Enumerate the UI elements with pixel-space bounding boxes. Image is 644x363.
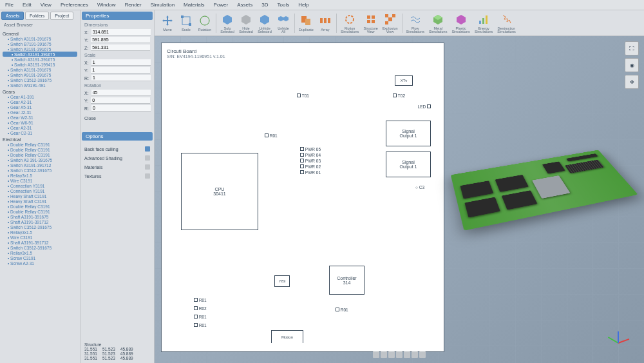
- tree-item[interactable]: Switch C3512-391675: [3, 245, 77, 250]
- tool-scale[interactable]: Scale: [177, 13, 195, 33]
- prop-input[interactable]: [91, 44, 150, 51]
- tab-assets[interactable]: Assets: [1, 12, 24, 20]
- tree-item[interactable]: Double Rellay C3191: [3, 142, 77, 147]
- menu-power[interactable]: Power: [214, 2, 229, 8]
- checkbox[interactable]: [145, 146, 150, 152]
- tree-item[interactable]: Screw A2-31: [3, 260, 77, 266]
- prop-input[interactable]: [91, 29, 151, 35]
- tab-project[interactable]: Project: [50, 12, 73, 20]
- tool-struct[interactable]: Structure View: [361, 12, 379, 35]
- menu-view[interactable]: View: [41, 2, 52, 8]
- tree-item[interactable]: Gear C2-31: [3, 130, 77, 135]
- tool-explode[interactable]: Explosion View: [381, 12, 400, 35]
- tree-item[interactable]: Screw C3191: [3, 255, 77, 260]
- tool-cube-b[interactable]: Solo Selected: [218, 12, 236, 35]
- tree-item[interactable]: Switch A3191-391712: [3, 162, 77, 168]
- tree-group[interactable]: Electrical: [3, 137, 77, 142]
- tree-item[interactable]: Gear A2-31: [3, 99, 77, 104]
- prop-input[interactable]: [91, 59, 151, 66]
- tool-dup[interactable]: Duplicate: [297, 13, 316, 33]
- tool-cube-g[interactable]: Hide Selected: [237, 12, 255, 35]
- tree-item[interactable]: Double Rellay C3191: [3, 209, 77, 214]
- close-link[interactable]: Close: [80, 112, 154, 124]
- tree-item[interactable]: Switch A3191-391675: [3, 36, 77, 41]
- frame-strip[interactable]: [373, 351, 426, 358]
- option-row[interactable]: Materials: [84, 162, 150, 172]
- tree-item[interactable]: Rellay3x1.5: [3, 250, 77, 255]
- menu-window[interactable]: Window: [97, 2, 115, 8]
- menu-edit[interactable]: Edit: [23, 2, 32, 8]
- prop-input[interactable]: [91, 90, 151, 96]
- tree-item[interactable]: Switch A3 391-391675: [3, 157, 77, 162]
- tree-item[interactable]: Double Rellay C3191: [3, 152, 77, 157]
- tool-energy[interactable]: Energy Simulations: [473, 12, 495, 35]
- tree-item[interactable]: Connection Y3191: [3, 188, 77, 193]
- tool-plastic[interactable]: Plastic Simulations: [450, 12, 471, 35]
- tree-item[interactable]: Switch C3512-391675: [3, 77, 77, 83]
- focus-button[interactable]: ◉: [625, 58, 639, 72]
- tree-item[interactable]: Switch C3512-391675: [3, 168, 77, 173]
- menu-materials[interactable]: Materials: [184, 2, 204, 8]
- tree-group[interactable]: General: [3, 32, 77, 36]
- tree-item[interactable]: Wire C3191: [3, 235, 77, 240]
- tool-cube-b[interactable]: Unhide Selected: [256, 12, 274, 35]
- tool-cubes-b[interactable]: Unhide All: [274, 12, 292, 35]
- tree-item[interactable]: Gear A5-31: [3, 104, 77, 110]
- tree-item[interactable]: Rellay3x1.5: [3, 230, 77, 235]
- prop-input[interactable]: [91, 37, 150, 43]
- axis-gizmo[interactable]: [605, 324, 631, 350]
- tree-item[interactable]: Switch A3191-391675: [3, 52, 77, 57]
- menu-help[interactable]: Help: [298, 2, 308, 8]
- tab-folders[interactable]: Folders: [25, 12, 49, 20]
- option-row[interactable]: Advanced Shading: [84, 153, 150, 162]
- tree-item[interactable]: Shaft A3191-391712: [3, 240, 77, 245]
- tool-move[interactable]: Move: [158, 13, 176, 33]
- prop-input[interactable]: [91, 75, 151, 81]
- tree-item[interactable]: Switch W3191-491: [3, 83, 77, 88]
- prop-input[interactable]: [91, 97, 150, 104]
- tree-item[interactable]: Heavy Shaft C3191: [3, 199, 77, 204]
- checkbox[interactable]: [145, 164, 150, 170]
- menu-file[interactable]: File: [5, 2, 14, 8]
- tree-group[interactable]: Gears: [3, 90, 77, 94]
- tool-flow[interactable]: Flow Simulations: [404, 12, 426, 35]
- tool-metal[interactable]: Metal Simulations: [427, 12, 449, 35]
- tree-item[interactable]: Shaft A3191-391675: [3, 214, 77, 219]
- tree-item[interactable]: Switch A3191-391675: [3, 67, 77, 72]
- tree-item[interactable]: Switch A3191-391675: [3, 46, 77, 52]
- tree-item[interactable]: Wire C3191: [3, 178, 77, 183]
- tree-item[interactable]: Gear W6-91: [3, 120, 77, 125]
- tree-item[interactable]: Gear J2-31: [3, 110, 77, 115]
- menu-preferences[interactable]: Preferences: [61, 2, 88, 8]
- prop-input[interactable]: [91, 105, 151, 112]
- menu-simulation[interactable]: Simulation: [151, 2, 175, 8]
- prop-input[interactable]: [91, 67, 150, 74]
- tool-motion[interactable]: Motion Simulations: [339, 12, 361, 35]
- tree-item[interactable]: Switch C3512-391675: [3, 224, 77, 230]
- tree-item[interactable]: Connection Y3191: [3, 183, 77, 188]
- tree-item[interactable]: Gear A1-391: [3, 94, 77, 99]
- tool-rotate[interactable]: Rotation: [196, 13, 214, 33]
- tree-item[interactable]: Double Rellay C3191: [3, 204, 77, 209]
- tree-item[interactable]: Shaft A3191-391712: [3, 219, 77, 224]
- tree-item[interactable]: Switch A3191-199415: [3, 62, 77, 67]
- tree-item[interactable]: Switch A9191-391675: [3, 72, 77, 77]
- menu-3d[interactable]: 3D: [261, 2, 268, 8]
- tree-item[interactable]: Gear A2-31: [3, 125, 77, 130]
- tree-item[interactable]: Heavy Shaft C3191: [3, 193, 77, 199]
- tree-item[interactable]: Switch B7191-391675: [3, 41, 77, 46]
- tool-destruct[interactable]: Destruction Simulations: [495, 12, 517, 35]
- option-row[interactable]: Back face culling: [84, 144, 150, 153]
- tree-item[interactable]: Switch A3191-391675: [3, 57, 77, 62]
- checkbox[interactable]: [145, 155, 150, 161]
- menu-tools[interactable]: Tools: [277, 2, 289, 8]
- tool-array[interactable]: Array: [316, 13, 334, 33]
- menu-render[interactable]: Render: [124, 2, 141, 8]
- option-row[interactable]: Textures: [84, 172, 150, 181]
- expand-button[interactable]: ⛶: [625, 41, 639, 55]
- tree-item[interactable]: Gear W2-31: [3, 115, 77, 120]
- viewport[interactable]: Circuti Board S\N: EV4194-1190951 v.1.01…: [155, 36, 644, 363]
- menu-assets[interactable]: Assets: [237, 2, 252, 8]
- tree-item[interactable]: Double Rellay C3191: [3, 147, 77, 152]
- pan-button[interactable]: ✥: [625, 75, 639, 89]
